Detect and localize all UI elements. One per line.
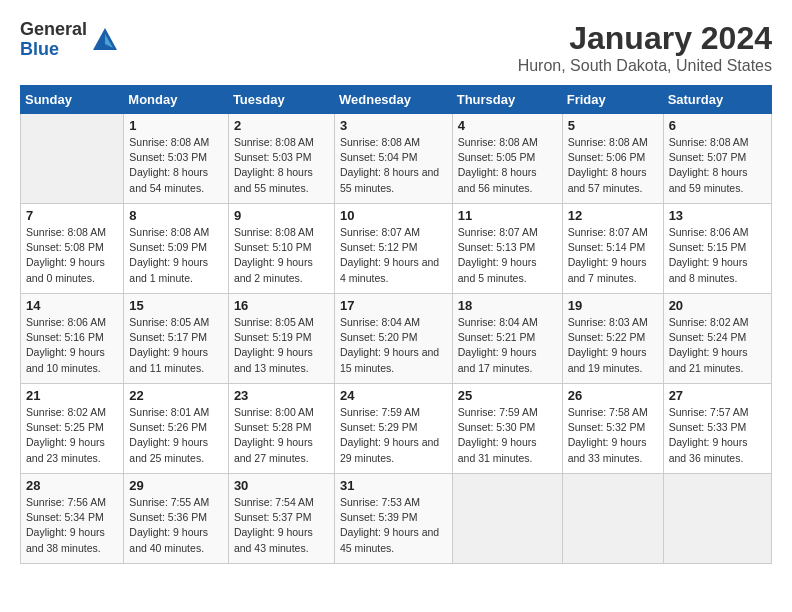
day-info: Sunrise: 8:02 AMSunset: 5:24 PMDaylight:… — [669, 315, 766, 376]
day-number: 12 — [568, 208, 658, 223]
day-info: Sunrise: 7:59 AMSunset: 5:29 PMDaylight:… — [340, 405, 447, 466]
day-info: Sunrise: 8:04 AMSunset: 5:20 PMDaylight:… — [340, 315, 447, 376]
day-number: 14 — [26, 298, 118, 313]
day-info: Sunrise: 7:58 AMSunset: 5:32 PMDaylight:… — [568, 405, 658, 466]
calendar-cell: 5Sunrise: 8:08 AMSunset: 5:06 PMDaylight… — [562, 114, 663, 204]
weekday-header: Saturday — [663, 86, 771, 114]
day-number: 13 — [669, 208, 766, 223]
day-info: Sunrise: 8:06 AMSunset: 5:15 PMDaylight:… — [669, 225, 766, 286]
day-info: Sunrise: 8:05 AMSunset: 5:19 PMDaylight:… — [234, 315, 329, 376]
calendar-cell: 19Sunrise: 8:03 AMSunset: 5:22 PMDayligh… — [562, 294, 663, 384]
calendar-week-row: 1Sunrise: 8:08 AMSunset: 5:03 PMDaylight… — [21, 114, 772, 204]
day-number: 8 — [129, 208, 223, 223]
weekday-header: Wednesday — [334, 86, 452, 114]
day-info: Sunrise: 8:07 AMSunset: 5:13 PMDaylight:… — [458, 225, 557, 286]
weekday-header: Tuesday — [228, 86, 334, 114]
day-info: Sunrise: 7:55 AMSunset: 5:36 PMDaylight:… — [129, 495, 223, 556]
calendar-cell: 27Sunrise: 7:57 AMSunset: 5:33 PMDayligh… — [663, 384, 771, 474]
calendar-cell: 28Sunrise: 7:56 AMSunset: 5:34 PMDayligh… — [21, 474, 124, 564]
day-number: 10 — [340, 208, 447, 223]
day-number: 5 — [568, 118, 658, 133]
calendar-cell: 12Sunrise: 8:07 AMSunset: 5:14 PMDayligh… — [562, 204, 663, 294]
calendar-cell: 31Sunrise: 7:53 AMSunset: 5:39 PMDayligh… — [334, 474, 452, 564]
day-number: 21 — [26, 388, 118, 403]
title-area: January 2024 Huron, South Dakota, United… — [518, 20, 772, 75]
calendar-week-row: 7Sunrise: 8:08 AMSunset: 5:08 PMDaylight… — [21, 204, 772, 294]
day-info: Sunrise: 8:08 AMSunset: 5:03 PMDaylight:… — [234, 135, 329, 196]
calendar-cell: 25Sunrise: 7:59 AMSunset: 5:30 PMDayligh… — [452, 384, 562, 474]
day-info: Sunrise: 8:08 AMSunset: 5:09 PMDaylight:… — [129, 225, 223, 286]
calendar-cell: 10Sunrise: 8:07 AMSunset: 5:12 PMDayligh… — [334, 204, 452, 294]
day-number: 19 — [568, 298, 658, 313]
day-number: 16 — [234, 298, 329, 313]
calendar-cell: 3Sunrise: 8:08 AMSunset: 5:04 PMDaylight… — [334, 114, 452, 204]
calendar-title: January 2024 — [518, 20, 772, 57]
day-info: Sunrise: 8:03 AMSunset: 5:22 PMDaylight:… — [568, 315, 658, 376]
calendar-cell: 20Sunrise: 8:02 AMSunset: 5:24 PMDayligh… — [663, 294, 771, 384]
logo-blue-text: Blue — [20, 40, 87, 60]
calendar-subtitle: Huron, South Dakota, United States — [518, 57, 772, 75]
calendar-cell: 1Sunrise: 8:08 AMSunset: 5:03 PMDaylight… — [124, 114, 229, 204]
page-header: General Blue January 2024 Huron, South D… — [20, 20, 772, 75]
day-info: Sunrise: 8:00 AMSunset: 5:28 PMDaylight:… — [234, 405, 329, 466]
calendar-cell — [452, 474, 562, 564]
calendar-cell — [562, 474, 663, 564]
calendar-cell: 11Sunrise: 8:07 AMSunset: 5:13 PMDayligh… — [452, 204, 562, 294]
calendar-cell: 21Sunrise: 8:02 AMSunset: 5:25 PMDayligh… — [21, 384, 124, 474]
calendar-table: SundayMondayTuesdayWednesdayThursdayFrid… — [20, 85, 772, 564]
calendar-cell: 17Sunrise: 8:04 AMSunset: 5:20 PMDayligh… — [334, 294, 452, 384]
day-info: Sunrise: 8:08 AMSunset: 5:05 PMDaylight:… — [458, 135, 557, 196]
logo: General Blue — [20, 20, 119, 60]
day-info: Sunrise: 7:53 AMSunset: 5:39 PMDaylight:… — [340, 495, 447, 556]
day-number: 6 — [669, 118, 766, 133]
day-number: 25 — [458, 388, 557, 403]
weekday-header: Sunday — [21, 86, 124, 114]
day-number: 29 — [129, 478, 223, 493]
weekday-header: Monday — [124, 86, 229, 114]
calendar-cell: 7Sunrise: 8:08 AMSunset: 5:08 PMDaylight… — [21, 204, 124, 294]
calendar-cell: 2Sunrise: 8:08 AMSunset: 5:03 PMDaylight… — [228, 114, 334, 204]
calendar-cell: 26Sunrise: 7:58 AMSunset: 5:32 PMDayligh… — [562, 384, 663, 474]
day-info: Sunrise: 8:01 AMSunset: 5:26 PMDaylight:… — [129, 405, 223, 466]
day-number: 4 — [458, 118, 557, 133]
day-number: 30 — [234, 478, 329, 493]
day-info: Sunrise: 8:06 AMSunset: 5:16 PMDaylight:… — [26, 315, 118, 376]
day-number: 31 — [340, 478, 447, 493]
day-info: Sunrise: 8:07 AMSunset: 5:12 PMDaylight:… — [340, 225, 447, 286]
calendar-cell: 9Sunrise: 8:08 AMSunset: 5:10 PMDaylight… — [228, 204, 334, 294]
calendar-cell — [21, 114, 124, 204]
day-number: 20 — [669, 298, 766, 313]
day-info: Sunrise: 8:08 AMSunset: 5:03 PMDaylight:… — [129, 135, 223, 196]
day-info: Sunrise: 7:59 AMSunset: 5:30 PMDaylight:… — [458, 405, 557, 466]
day-info: Sunrise: 7:56 AMSunset: 5:34 PMDaylight:… — [26, 495, 118, 556]
logo-general-text: General — [20, 20, 87, 40]
calendar-cell: 8Sunrise: 8:08 AMSunset: 5:09 PMDaylight… — [124, 204, 229, 294]
day-info: Sunrise: 7:54 AMSunset: 5:37 PMDaylight:… — [234, 495, 329, 556]
day-number: 17 — [340, 298, 447, 313]
calendar-week-row: 21Sunrise: 8:02 AMSunset: 5:25 PMDayligh… — [21, 384, 772, 474]
day-info: Sunrise: 8:04 AMSunset: 5:21 PMDaylight:… — [458, 315, 557, 376]
calendar-cell: 29Sunrise: 7:55 AMSunset: 5:36 PMDayligh… — [124, 474, 229, 564]
calendar-cell: 22Sunrise: 8:01 AMSunset: 5:26 PMDayligh… — [124, 384, 229, 474]
day-info: Sunrise: 8:08 AMSunset: 5:10 PMDaylight:… — [234, 225, 329, 286]
calendar-cell: 23Sunrise: 8:00 AMSunset: 5:28 PMDayligh… — [228, 384, 334, 474]
day-number: 1 — [129, 118, 223, 133]
day-number: 18 — [458, 298, 557, 313]
day-info: Sunrise: 8:08 AMSunset: 5:06 PMDaylight:… — [568, 135, 658, 196]
logo-icon — [91, 26, 119, 54]
day-number: 24 — [340, 388, 447, 403]
calendar-week-row: 14Sunrise: 8:06 AMSunset: 5:16 PMDayligh… — [21, 294, 772, 384]
day-number: 2 — [234, 118, 329, 133]
day-info: Sunrise: 7:57 AMSunset: 5:33 PMDaylight:… — [669, 405, 766, 466]
day-number: 26 — [568, 388, 658, 403]
weekday-header: Thursday — [452, 86, 562, 114]
calendar-cell: 14Sunrise: 8:06 AMSunset: 5:16 PMDayligh… — [21, 294, 124, 384]
day-number: 3 — [340, 118, 447, 133]
calendar-week-row: 28Sunrise: 7:56 AMSunset: 5:34 PMDayligh… — [21, 474, 772, 564]
day-info: Sunrise: 8:08 AMSunset: 5:07 PMDaylight:… — [669, 135, 766, 196]
calendar-cell: 4Sunrise: 8:08 AMSunset: 5:05 PMDaylight… — [452, 114, 562, 204]
calendar-cell: 6Sunrise: 8:08 AMSunset: 5:07 PMDaylight… — [663, 114, 771, 204]
calendar-cell: 30Sunrise: 7:54 AMSunset: 5:37 PMDayligh… — [228, 474, 334, 564]
day-number: 7 — [26, 208, 118, 223]
day-number: 23 — [234, 388, 329, 403]
